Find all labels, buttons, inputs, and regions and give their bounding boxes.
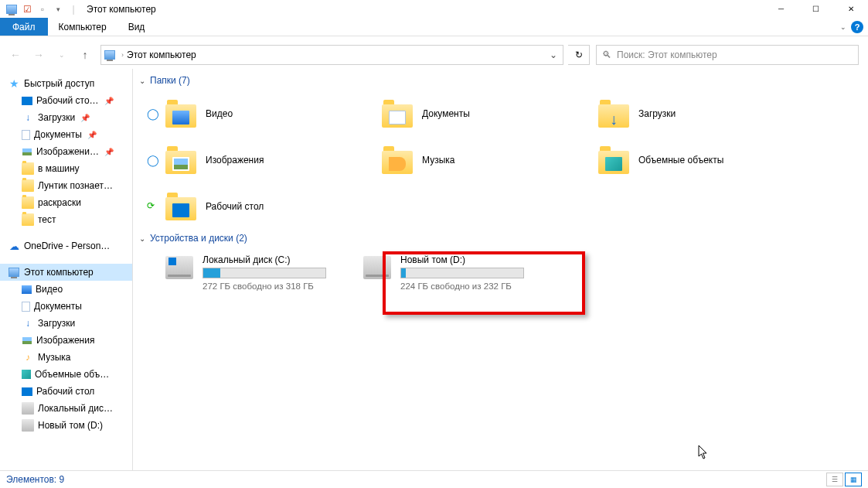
folder-label: Музыка	[422, 155, 454, 166]
tree-item-drive-d[interactable]: Новый том (D:)	[0, 417, 132, 434]
quick-access-toolbar: ☑ ▫ ▾ |	[0, 2, 80, 16]
refresh-button[interactable]: ↻	[568, 45, 590, 65]
close-button[interactable]: ✕	[833, 0, 868, 18]
tree-item-folder[interactable]: тест	[0, 211, 132, 228]
tree-quick-access[interactable]: ★ Быстрый доступ	[0, 75, 132, 92]
system-icon[interactable]	[5, 2, 19, 16]
folder-icon	[165, 193, 196, 220]
drive-name: Локальный диск (C:)	[203, 254, 326, 265]
downloads-icon: ↓	[22, 317, 34, 329]
group-title: Устройства и диски (2)	[150, 233, 247, 244]
tree-item-downloads[interactable]: ↓Загрузки📌	[0, 109, 132, 126]
tab-view[interactable]: Вид	[117, 18, 156, 36]
pictures-icon	[22, 336, 32, 345]
tree-label: Рабочий стол	[36, 386, 94, 397]
folder-videos[interactable]: ◯ Видео	[139, 90, 356, 137]
cloud-status-icon: ◯	[147, 154, 159, 166]
navigation-bar: ← → ⌄ ↑ › Этот компьютер ⌄ ↻ 🔍︎ Поиск: Э…	[0, 41, 868, 69]
pin-icon: 📌	[104, 97, 114, 105]
search-icon: 🔍︎	[597, 49, 617, 60]
breadcrumb-thispc[interactable]: Этот компьютер	[127, 49, 544, 60]
tree-label: Документы	[34, 129, 82, 140]
tree-item-3d[interactable]: Объемные объ…	[0, 366, 132, 383]
tab-computer[interactable]: Компьютер	[48, 18, 117, 36]
minimize-button[interactable]: ─	[764, 0, 798, 18]
folder-icon	[22, 213, 34, 226]
address-bar[interactable]: › Этот компьютер ⌄	[100, 45, 563, 65]
tree-item-folder[interactable]: раскраски	[0, 194, 132, 211]
folder-label: Изображения	[206, 155, 264, 166]
tree-item-folder[interactable]: Лунтик познает…	[0, 177, 132, 194]
qat-separator: |	[66, 2, 80, 16]
tree-label: Лунтик познает…	[38, 180, 113, 191]
group-header-folders[interactable]: ⌄ Папки (7)	[139, 72, 862, 90]
qat-properties-icon[interactable]: ☑	[20, 2, 34, 16]
monitor-icon	[8, 266, 20, 278]
qat-new-icon[interactable]: ▫	[36, 2, 49, 16]
tree-item-desktop[interactable]: Рабочий стол	[0, 383, 132, 400]
folder-icon	[382, 100, 413, 128]
tree-item-pictures[interactable]: Изображени…📌	[0, 143, 132, 160]
group-title: Папки (7)	[150, 75, 190, 86]
ribbon-expand-icon[interactable]: ⌄	[840, 23, 846, 31]
chevron-down-icon: ⌄	[139, 234, 145, 243]
folder-3d-objects[interactable]: Объемные объекты	[572, 137, 788, 183]
tree-item-pictures[interactable]: Изображения	[0, 332, 132, 349]
tree-label: Рабочий сто…	[36, 95, 99, 106]
tree-item-documents[interactable]: Документы📌	[0, 126, 132, 143]
maximize-button[interactable]: ☐	[798, 0, 833, 18]
tree-item-folder[interactable]: в машину	[0, 160, 132, 177]
breadcrumb-separator[interactable]: ›	[118, 51, 127, 59]
tree-item-downloads[interactable]: ↓Загрузки	[0, 315, 132, 332]
folder-icon	[598, 146, 629, 174]
drive-icon	[22, 419, 34, 432]
downloads-icon: ↓	[22, 111, 34, 124]
view-details-button[interactable]: ☰	[826, 473, 843, 486]
tree-this-pc[interactable]: Этот компьютер	[0, 264, 132, 281]
folder-music[interactable]: Музыка	[356, 137, 572, 183]
file-tab[interactable]: Файл	[0, 18, 48, 36]
star-icon: ★	[8, 77, 20, 90]
folder-documents[interactable]: Документы	[356, 90, 572, 137]
folder-desktop[interactable]: ⟳ Рабочий стол	[139, 183, 356, 230]
status-item-count: Элементов: 9	[6, 474, 64, 485]
view-tiles-button[interactable]: ▦	[845, 473, 862, 486]
help-icon[interactable]: ?	[851, 21, 863, 33]
tree-item-desktop[interactable]: Рабочий сто…📌	[0, 92, 132, 109]
drive-c[interactable]: Локальный диск (C:) 272 ГБ свободно из 3…	[139, 248, 332, 297]
forward-button[interactable]: →	[28, 46, 49, 64]
folder-label: Загрузки	[638, 108, 676, 119]
tree-item-music[interactable]: ♪Музыка	[0, 349, 132, 366]
tree-onedrive[interactable]: ☁OneDrive - Person…	[0, 237, 132, 254]
address-icon	[101, 50, 118, 60]
search-placeholder: Поиск: Этот компьютер	[617, 49, 717, 60]
tree-item-documents[interactable]: Документы	[0, 298, 132, 315]
address-dropdown-icon[interactable]: ⌄	[544, 49, 563, 60]
group-header-drives[interactable]: ⌄ Устройства и диски (2)	[139, 230, 862, 248]
documents-icon	[22, 302, 30, 312]
content-area: ⌄ Папки (7) ◯ Видео Документы ↓ Загрузки…	[133, 69, 868, 471]
tree-label: Изображени…	[36, 146, 99, 157]
folder-label: Видео	[206, 108, 233, 119]
chevron-down-icon: ⌄	[139, 77, 145, 85]
tree-item-videos[interactable]: Видео	[0, 281, 132, 298]
folder-icon	[22, 196, 34, 209]
drive-icon	[363, 256, 391, 279]
drive-d[interactable]: Новый том (D:) 224 ГБ свободно из 232 ГБ	[337, 248, 530, 297]
ribbon-tabs: Файл Компьютер Вид ⌄ ?	[0, 18, 868, 36]
tree-label: Видео	[36, 284, 63, 295]
tree-item-drive-c[interactable]: Локальный дис…	[0, 400, 132, 417]
drive-free-text: 272 ГБ свободно из 318 ГБ	[203, 282, 326, 291]
drive-icon	[22, 402, 34, 415]
up-button[interactable]: ↑	[74, 46, 96, 64]
folder-icon	[165, 146, 196, 174]
search-box[interactable]: 🔍︎ Поиск: Этот компьютер	[596, 45, 859, 65]
folder-downloads[interactable]: ↓ Загрузки	[572, 90, 788, 137]
drive-free-text: 224 ГБ свободно из 232 ГБ	[400, 282, 524, 291]
qat-dropdown-icon[interactable]: ▾	[51, 2, 65, 16]
back-button[interactable]: ←	[5, 46, 26, 64]
tree-label: Быстрый доступ	[24, 78, 94, 89]
folder-pictures[interactable]: ◯ Изображения	[139, 137, 356, 183]
tree-label: Музыка	[38, 352, 70, 363]
recent-dropdown[interactable]: ⌄	[51, 46, 73, 64]
